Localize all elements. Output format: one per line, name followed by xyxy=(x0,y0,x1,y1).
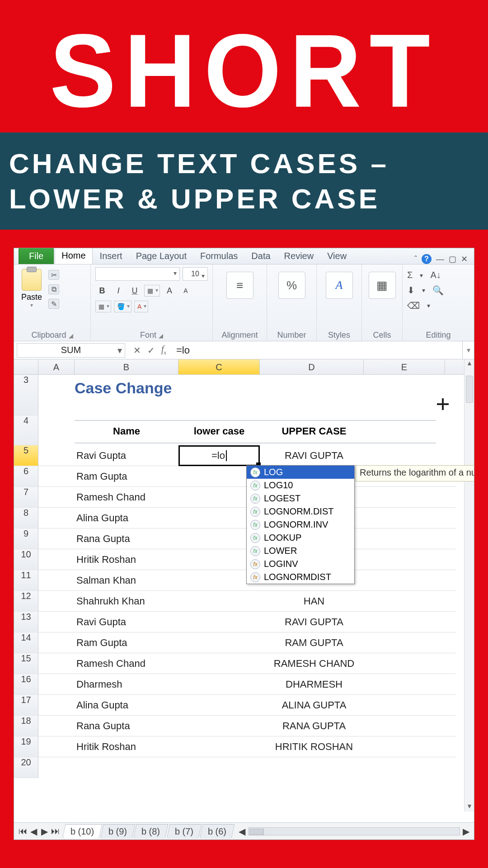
row-header-4[interactable]: 4 xyxy=(14,415,38,445)
row-header-13[interactable]: 13 xyxy=(14,612,38,632)
row-header-18[interactable]: 18 xyxy=(14,716,38,736)
autosum-icon[interactable]: Σ xyxy=(407,270,413,280)
vertical-scrollbar[interactable]: ▲ ▼ xyxy=(464,359,474,811)
paste-button[interactable]: Paste ▾ xyxy=(19,267,45,310)
col-header-a[interactable]: A xyxy=(38,359,75,374)
name-box[interactable]: SUM xyxy=(17,343,125,358)
tab-review[interactable]: Review xyxy=(278,248,320,264)
row-header-19[interactable]: 19 xyxy=(14,736,38,757)
formula-cancel-icon[interactable]: ✕ xyxy=(133,345,141,356)
autocomplete-item[interactable]: fxLOG10 xyxy=(247,479,354,492)
col-header-b[interactable]: B xyxy=(75,359,178,374)
sheet-tab[interactable]: b (8) xyxy=(133,824,169,839)
row-header-6[interactable]: 6 xyxy=(14,466,38,487)
sort-filter-icon[interactable]: A↓ xyxy=(430,270,441,280)
autocomplete-item[interactable]: fxLOWER xyxy=(247,544,354,557)
fill-color-dropdown[interactable]: 🪣 xyxy=(114,301,131,312)
row-header-20[interactable]: 20 xyxy=(14,757,38,778)
find-select-icon[interactable]: 🔍 xyxy=(432,285,444,296)
row-header-5[interactable]: 5 xyxy=(14,445,38,466)
sheet-nav-prev-icon[interactable]: ◀ xyxy=(29,826,38,837)
sheet-nav-last-icon[interactable]: ⏭ xyxy=(51,826,59,837)
row-header-9[interactable]: 9 xyxy=(14,528,38,549)
ribbon-collapse-icon[interactable]: ˆ xyxy=(414,255,417,264)
table-row[interactable]: Shahrukh KhanHAN xyxy=(38,591,456,612)
shrink-font-button[interactable]: A xyxy=(179,284,192,297)
borders-dropdown-2[interactable]: ▦ xyxy=(95,301,111,312)
tab-home[interactable]: Home xyxy=(55,248,92,264)
autocomplete-item[interactable]: fxLOGNORM.DIST xyxy=(247,505,354,518)
hscroll-track[interactable] xyxy=(248,827,460,835)
tab-view[interactable]: View xyxy=(321,248,353,264)
styles-button[interactable]: A xyxy=(326,272,353,299)
row-header-17[interactable]: 17 xyxy=(14,695,38,716)
formula-accept-icon[interactable]: ✓ xyxy=(147,345,155,356)
window-restore-icon[interactable]: ▢ xyxy=(449,254,456,264)
horizontal-scrollbar[interactable]: ◀ ▶ xyxy=(239,826,474,837)
row-header-8[interactable]: 8 xyxy=(14,508,38,528)
tab-page-layout[interactable]: Page Layout xyxy=(130,248,193,264)
tab-file[interactable]: File xyxy=(19,248,54,264)
tab-data[interactable]: Data xyxy=(245,248,277,264)
font-size-combo[interactable]: 10 xyxy=(183,267,208,281)
select-all-corner[interactable] xyxy=(14,359,38,374)
table-row[interactable]: Hritik RoshanHRITIK ROSHAN xyxy=(38,736,456,757)
copy-icon[interactable] xyxy=(48,284,59,294)
hscroll-left-icon[interactable]: ◀ xyxy=(239,826,245,837)
autocomplete-item[interactable]: fxLOG xyxy=(247,466,354,479)
sheet-tab[interactable]: b (6) xyxy=(199,824,235,839)
col-header-d[interactable]: D xyxy=(260,359,364,374)
autocomplete-item[interactable]: fxLOOKUP xyxy=(247,531,354,544)
table-row[interactable]: Ravi GuptaRAVI GUPTA xyxy=(38,612,456,632)
fill-icon[interactable]: ⬇ xyxy=(407,285,415,296)
row-header-7[interactable]: 7 xyxy=(14,487,38,508)
font-name-combo[interactable] xyxy=(95,267,180,281)
scroll-thumb[interactable] xyxy=(466,376,473,403)
italic-button[interactable]: I xyxy=(112,284,125,297)
col-header-e[interactable]: E xyxy=(364,359,445,374)
row-header-14[interactable]: 14 xyxy=(14,632,38,653)
sheet-tab[interactable]: b (9) xyxy=(100,824,136,839)
help-icon[interactable]: ? xyxy=(422,254,432,264)
border-dropdown[interactable]: ▦ xyxy=(144,285,160,297)
autocomplete-item[interactable]: fxLOGEST xyxy=(247,492,354,505)
font-color-dropdown[interactable]: A xyxy=(134,301,148,312)
autocomplete-item[interactable]: fxLOGNORMDIST xyxy=(247,571,354,584)
format-painter-icon[interactable] xyxy=(48,299,59,309)
scroll-down-icon[interactable]: ▼ xyxy=(465,802,474,811)
spreadsheet-grid[interactable]: A B C D E 3 4 5 6 7 8 9 10 11 12 13 14 1… xyxy=(14,359,474,811)
row-header-16[interactable]: 16 xyxy=(14,674,38,695)
cells-button[interactable]: ▦ xyxy=(369,272,396,299)
row-header-15[interactable]: 15 xyxy=(14,653,38,674)
sheet-nav-first-icon[interactable]: ⏮ xyxy=(19,826,27,837)
col-header-c[interactable]: C xyxy=(178,359,260,374)
row-header-10[interactable]: 10 xyxy=(14,549,38,570)
bold-button[interactable]: B xyxy=(95,284,109,297)
alignment-button[interactable]: ≡ xyxy=(226,272,253,299)
table-row[interactable]: DharmeshDHARMESH xyxy=(38,674,456,695)
formula-input[interactable]: =lo xyxy=(172,344,462,356)
clear-icon[interactable]: ⌫ xyxy=(407,300,420,311)
sheet-nav-next-icon[interactable]: ▶ xyxy=(40,826,48,837)
underline-button[interactable]: U xyxy=(128,284,141,297)
number-format-button[interactable]: % xyxy=(278,272,305,299)
grow-font-button[interactable]: A xyxy=(163,284,176,297)
row-header-3[interactable]: 3 xyxy=(14,375,38,415)
sheet-tab[interactable]: b (7) xyxy=(166,824,202,839)
row-header-11[interactable]: 11 xyxy=(14,570,38,591)
autocomplete-item[interactable]: fxLOGNORM.INV xyxy=(247,518,354,531)
active-cell[interactable]: =lo xyxy=(178,445,260,466)
scroll-up-icon[interactable]: ▲ xyxy=(465,359,474,368)
table-row[interactable]: Ram GuptaRAM GUPTA xyxy=(38,632,456,653)
tab-insert[interactable]: Insert xyxy=(94,248,129,264)
window-close-icon[interactable]: ✕ xyxy=(461,254,468,264)
window-minimize-icon[interactable]: — xyxy=(436,255,444,264)
sheet-tab-active[interactable]: b (10) xyxy=(62,824,103,839)
tab-formulas[interactable]: Formulas xyxy=(194,248,244,264)
row-header-12[interactable]: 12 xyxy=(14,591,38,612)
cut-icon[interactable] xyxy=(48,270,59,280)
hscroll-right-icon[interactable]: ▶ xyxy=(463,826,469,837)
formula-bar-expand-icon[interactable]: ▾ xyxy=(462,341,474,359)
table-row[interactable]: Alina GuptaALINA GUPTA xyxy=(38,695,456,716)
autocomplete-item[interactable]: fxLOGINV xyxy=(247,557,354,571)
